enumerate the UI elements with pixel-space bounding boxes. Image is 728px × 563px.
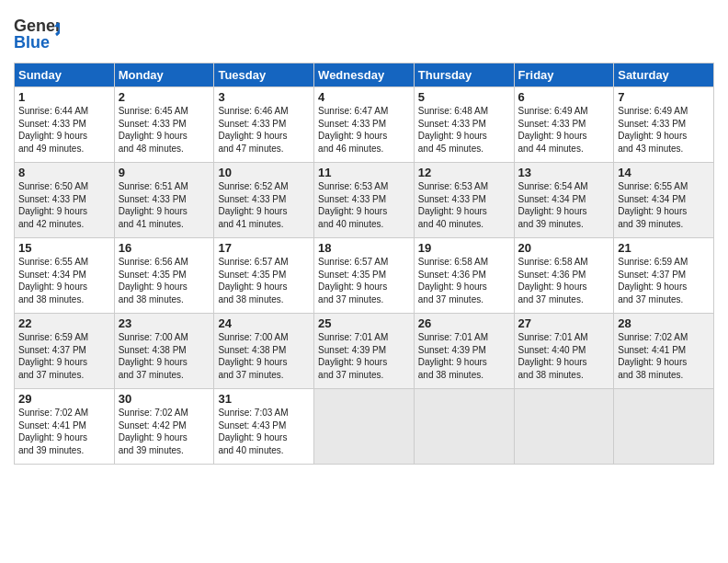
cell-info: Sunrise: 7:02 AMSunset: 4:41 PMDaylight:… bbox=[618, 332, 688, 380]
calendar-cell: 14Sunrise: 6:55 AMSunset: 4:34 PMDayligh… bbox=[614, 163, 714, 238]
cell-info: Sunrise: 6:53 AMSunset: 4:33 PMDaylight:… bbox=[318, 181, 388, 229]
cell-info: Sunrise: 6:58 AMSunset: 4:36 PMDaylight:… bbox=[418, 257, 488, 304]
day-number: 4 bbox=[318, 90, 410, 104]
calendar-cell bbox=[314, 389, 415, 465]
calendar-week-5: 29Sunrise: 7:02 AMSunset: 4:41 PMDayligh… bbox=[15, 389, 714, 465]
cell-info: Sunrise: 6:54 AMSunset: 4:34 PMDaylight:… bbox=[518, 181, 588, 229]
cell-info: Sunrise: 7:00 AMSunset: 4:38 PMDaylight:… bbox=[119, 332, 188, 380]
calendar-week-1: 1Sunrise: 6:44 AMSunset: 4:33 PMDaylight… bbox=[15, 87, 714, 163]
day-number: 18 bbox=[318, 241, 410, 255]
logo: General Blue bbox=[14, 9, 60, 55]
cell-info: Sunrise: 6:52 AMSunset: 4:33 PMDaylight:… bbox=[218, 181, 288, 229]
cell-info: Sunrise: 6:49 AMSunset: 4:33 PMDaylight:… bbox=[618, 106, 688, 154]
calendar-cell: 29Sunrise: 7:02 AMSunset: 4:41 PMDayligh… bbox=[15, 389, 115, 465]
day-number: 1 bbox=[18, 90, 110, 104]
day-header-wednesday: Wednesday bbox=[314, 63, 415, 87]
day-number: 25 bbox=[318, 316, 410, 330]
calendar-cell: 11Sunrise: 6:53 AMSunset: 4:33 PMDayligh… bbox=[314, 163, 415, 238]
day-number: 11 bbox=[318, 166, 410, 179]
calendar-cell: 12Sunrise: 6:53 AMSunset: 4:33 PMDayligh… bbox=[414, 163, 514, 238]
day-number: 17 bbox=[218, 241, 310, 255]
calendar-cell: 16Sunrise: 6:56 AMSunset: 4:35 PMDayligh… bbox=[114, 238, 214, 314]
cell-info: Sunrise: 7:03 AMSunset: 4:43 PMDaylight:… bbox=[218, 408, 288, 455]
calendar-cell: 5Sunrise: 6:48 AMSunset: 4:33 PMDaylight… bbox=[414, 87, 514, 163]
cell-info: Sunrise: 6:57 AMSunset: 4:35 PMDaylight:… bbox=[218, 257, 288, 304]
cell-info: Sunrise: 6:59 AMSunset: 4:37 PMDaylight:… bbox=[618, 257, 688, 304]
cell-info: Sunrise: 6:49 AMSunset: 4:33 PMDaylight:… bbox=[518, 106, 588, 154]
cell-info: Sunrise: 6:45 AMSunset: 4:33 PMDaylight:… bbox=[119, 106, 188, 154]
cell-info: Sunrise: 6:58 AMSunset: 4:36 PMDaylight:… bbox=[518, 257, 588, 304]
calendar-cell bbox=[614, 389, 714, 465]
cell-info: Sunrise: 6:55 AMSunset: 4:34 PMDaylight:… bbox=[18, 257, 88, 304]
calendar-cell: 19Sunrise: 6:58 AMSunset: 4:36 PMDayligh… bbox=[414, 238, 514, 314]
day-number: 10 bbox=[218, 166, 310, 179]
cell-info: Sunrise: 7:02 AMSunset: 4:42 PMDaylight:… bbox=[119, 408, 188, 455]
day-header-thursday: Thursday bbox=[414, 63, 514, 87]
day-number: 19 bbox=[418, 241, 510, 255]
day-number: 30 bbox=[119, 392, 210, 406]
calendar-cell: 18Sunrise: 6:57 AMSunset: 4:35 PMDayligh… bbox=[314, 238, 415, 314]
cell-info: Sunrise: 7:01 AMSunset: 4:39 PMDaylight:… bbox=[418, 332, 488, 380]
calendar-cell: 2Sunrise: 6:45 AMSunset: 4:33 PMDaylight… bbox=[114, 87, 214, 163]
calendar-week-3: 15Sunrise: 6:55 AMSunset: 4:34 PMDayligh… bbox=[15, 238, 714, 314]
day-number: 6 bbox=[518, 90, 610, 104]
calendar-table: SundayMondayTuesdayWednesdayThursdayFrid… bbox=[14, 63, 714, 465]
day-number: 28 bbox=[618, 316, 710, 330]
day-number: 29 bbox=[18, 392, 110, 406]
header: General Blue bbox=[14, 9, 714, 55]
cell-info: Sunrise: 6:57 AMSunset: 4:35 PMDaylight:… bbox=[318, 257, 388, 304]
cell-info: Sunrise: 6:48 AMSunset: 4:33 PMDaylight:… bbox=[418, 106, 488, 154]
calendar-cell: 10Sunrise: 6:52 AMSunset: 4:33 PMDayligh… bbox=[214, 163, 314, 238]
day-number: 3 bbox=[218, 90, 310, 104]
calendar-cell: 25Sunrise: 7:01 AMSunset: 4:39 PMDayligh… bbox=[314, 314, 415, 389]
cell-info: Sunrise: 6:51 AMSunset: 4:33 PMDaylight:… bbox=[119, 181, 188, 229]
calendar-cell: 30Sunrise: 7:02 AMSunset: 4:42 PMDayligh… bbox=[114, 389, 214, 465]
cell-info: Sunrise: 6:53 AMSunset: 4:33 PMDaylight:… bbox=[418, 181, 488, 229]
calendar-cell: 8Sunrise: 6:50 AMSunset: 4:33 PMDaylight… bbox=[15, 163, 115, 238]
cell-info: Sunrise: 6:44 AMSunset: 4:33 PMDaylight:… bbox=[18, 106, 88, 154]
day-number: 15 bbox=[18, 241, 110, 255]
day-number: 9 bbox=[119, 166, 210, 179]
day-number: 26 bbox=[418, 316, 510, 330]
day-number: 24 bbox=[218, 316, 310, 330]
day-number: 14 bbox=[618, 166, 710, 179]
logo-icon: General Blue bbox=[14, 9, 60, 55]
cell-info: Sunrise: 6:56 AMSunset: 4:35 PMDaylight:… bbox=[119, 257, 188, 304]
calendar-cell: 17Sunrise: 6:57 AMSunset: 4:35 PMDayligh… bbox=[214, 238, 314, 314]
svg-text:Blue: Blue bbox=[14, 33, 50, 52]
cell-info: Sunrise: 7:02 AMSunset: 4:41 PMDaylight:… bbox=[18, 408, 88, 455]
day-header-saturday: Saturday bbox=[614, 63, 714, 87]
day-number: 20 bbox=[518, 241, 610, 255]
calendar-week-4: 22Sunrise: 6:59 AMSunset: 4:37 PMDayligh… bbox=[15, 314, 714, 389]
cell-info: Sunrise: 6:47 AMSunset: 4:33 PMDaylight:… bbox=[318, 106, 388, 154]
main-container: General Blue SundayMondayTuesdayWednesda… bbox=[0, 0, 728, 474]
calendar-cell: 28Sunrise: 7:02 AMSunset: 4:41 PMDayligh… bbox=[614, 314, 714, 389]
day-header-sunday: Sunday bbox=[15, 63, 115, 87]
day-number: 2 bbox=[119, 90, 210, 104]
calendar-cell: 24Sunrise: 7:00 AMSunset: 4:38 PMDayligh… bbox=[214, 314, 314, 389]
cell-info: Sunrise: 6:50 AMSunset: 4:33 PMDaylight:… bbox=[18, 181, 88, 229]
day-number: 27 bbox=[518, 316, 610, 330]
svg-text:General: General bbox=[14, 17, 60, 35]
calendar-cell: 23Sunrise: 7:00 AMSunset: 4:38 PMDayligh… bbox=[114, 314, 214, 389]
calendar-cell: 7Sunrise: 6:49 AMSunset: 4:33 PMDaylight… bbox=[614, 87, 714, 163]
calendar-cell: 21Sunrise: 6:59 AMSunset: 4:37 PMDayligh… bbox=[614, 238, 714, 314]
calendar-cell: 27Sunrise: 7:01 AMSunset: 4:40 PMDayligh… bbox=[514, 314, 614, 389]
calendar-week-2: 8Sunrise: 6:50 AMSunset: 4:33 PMDaylight… bbox=[15, 163, 714, 238]
day-number: 31 bbox=[218, 392, 310, 406]
day-header-tuesday: Tuesday bbox=[214, 63, 314, 87]
day-number: 5 bbox=[418, 90, 510, 104]
day-number: 12 bbox=[418, 166, 510, 179]
cell-info: Sunrise: 6:46 AMSunset: 4:33 PMDaylight:… bbox=[218, 106, 288, 154]
calendar-cell: 15Sunrise: 6:55 AMSunset: 4:34 PMDayligh… bbox=[15, 238, 115, 314]
calendar-cell: 31Sunrise: 7:03 AMSunset: 4:43 PMDayligh… bbox=[214, 389, 314, 465]
calendar-header-row: SundayMondayTuesdayWednesdayThursdayFrid… bbox=[15, 63, 714, 87]
day-number: 16 bbox=[119, 241, 210, 255]
day-number: 23 bbox=[119, 316, 210, 330]
calendar-cell bbox=[514, 389, 614, 465]
day-number: 22 bbox=[18, 316, 110, 330]
calendar-cell: 26Sunrise: 7:01 AMSunset: 4:39 PMDayligh… bbox=[414, 314, 514, 389]
day-header-monday: Monday bbox=[114, 63, 214, 87]
day-number: 13 bbox=[518, 166, 610, 179]
calendar-cell: 20Sunrise: 6:58 AMSunset: 4:36 PMDayligh… bbox=[514, 238, 614, 314]
